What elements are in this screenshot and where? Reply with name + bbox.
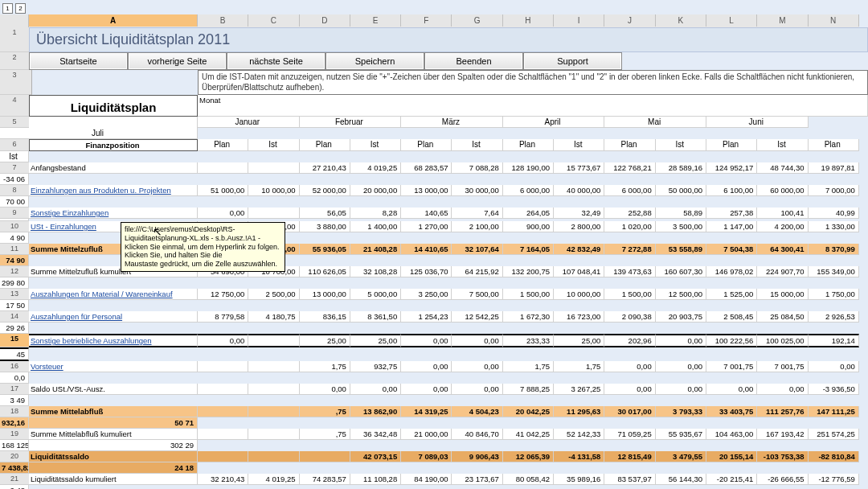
row-label[interactable]: Sonstige betriebliche Auszahlungen — [29, 334, 198, 347]
outline-btn-1[interactable]: 1 — [2, 3, 13, 14]
data-cell[interactable]: 100 222,56 — [706, 334, 757, 347]
data-cell[interactable]: 17 50 — [0, 300, 29, 311]
data-cell[interactable]: 14 410,65 — [401, 244, 452, 255]
data-cell[interactable]: 3 250,00 — [401, 289, 452, 300]
data-cell[interactable] — [248, 208, 299, 219]
data-cell[interactable] — [198, 162, 248, 174]
nav-button-startseite[interactable]: Startseite — [29, 52, 128, 70]
data-cell[interactable]: 1 750,00 — [809, 289, 859, 300]
data-cell[interactable]: 5 000,00 — [350, 289, 401, 300]
data-cell[interactable]: 2 926,53 — [809, 311, 859, 323]
data-cell[interactable] — [198, 451, 248, 462]
data-cell[interactable]: 0,00 — [401, 334, 452, 347]
data-cell[interactable]: 0,00 — [300, 384, 350, 395]
data-cell[interactable] — [198, 406, 248, 417]
data-cell[interactable]: 12 065,39 — [503, 451, 554, 462]
data-cell[interactable]: 2 500,00 — [248, 289, 299, 300]
data-cell[interactable] — [198, 429, 248, 440]
data-cell[interactable]: 11 108,28 — [350, 474, 401, 485]
row-header-3[interactable]: 3 — [0, 70, 32, 95]
data-cell[interactable]: 8 370,99 — [809, 244, 859, 255]
data-cell[interactable]: 36 342,48 — [350, 429, 401, 440]
col-header-I[interactable]: I — [554, 14, 604, 27]
row-header-6[interactable]: 6 — [0, 139, 32, 151]
data-cell[interactable]: 0,00 — [656, 334, 706, 347]
col-header-F[interactable]: F — [401, 14, 452, 27]
data-cell[interactable]: 7 001,75 — [706, 361, 757, 372]
data-cell[interactable]: 28 589,16 — [656, 162, 706, 174]
data-cell[interactable]: 3 479,55 — [656, 451, 706, 462]
data-cell[interactable]: ,75 — [300, 429, 350, 440]
outline-btn-2[interactable]: 2 — [15, 3, 26, 14]
data-cell[interactable]: 155 349,00 — [809, 266, 859, 277]
data-cell[interactable]: 80 058,42 — [503, 474, 554, 485]
row-header-2[interactable]: 2 — [0, 52, 32, 70]
data-cell[interactable]: 24 18 — [29, 462, 198, 474]
data-cell[interactable]: 55 935,67 — [656, 429, 706, 440]
data-cell[interactable]: 1,75 — [503, 361, 554, 372]
data-cell[interactable]: 1 500,00 — [604, 289, 655, 300]
col-header-H[interactable]: H — [503, 14, 554, 27]
data-cell[interactable]: 7 088,28 — [452, 162, 502, 174]
data-cell[interactable]: 13 862,90 — [350, 406, 401, 417]
data-cell[interactable]: -12 776,59 — [809, 474, 859, 485]
data-cell[interactable]: 202,96 — [604, 334, 655, 347]
row-header-4[interactable]: 4 — [0, 95, 32, 117]
row-header-15[interactable]: 15 — [0, 334, 32, 347]
data-cell[interactable]: 74 90 — [0, 255, 29, 266]
data-cell[interactable]: 27 210,43 — [300, 162, 350, 174]
data-cell[interactable]: 110 626,05 — [300, 266, 350, 277]
data-cell[interactable]: 25 084,50 — [757, 311, 808, 323]
data-cell[interactable]: 30 000,00 — [452, 185, 502, 196]
data-cell[interactable]: 42 073,15 — [350, 451, 401, 462]
data-cell[interactable]: 224 907,70 — [757, 266, 808, 277]
data-cell[interactable]: -3 936,50 — [809, 384, 859, 395]
row-header-18[interactable]: 18 — [0, 406, 32, 417]
data-cell[interactable]: 125 036,70 — [401, 266, 452, 277]
data-cell[interactable]: 25,00 — [554, 334, 604, 347]
data-cell[interactable]: 100,41 — [757, 208, 808, 219]
data-cell[interactable]: 3 267,25 — [554, 384, 604, 395]
data-cell[interactable] — [198, 384, 248, 395]
data-cell[interactable]: 104 463,00 — [706, 429, 757, 440]
data-cell[interactable]: 64 215,92 — [452, 266, 502, 277]
col-header-J[interactable]: J — [604, 14, 655, 27]
data-cell[interactable]: 7 272,88 — [604, 244, 655, 255]
data-cell[interactable]: -103 753,38 — [757, 451, 808, 462]
data-cell[interactable]: 4 019,25 — [248, 474, 299, 485]
data-cell[interactable]: 111 257,76 — [757, 406, 808, 417]
data-cell[interactable]: -34 06 — [0, 174, 29, 185]
data-cell[interactable]: 900,00 — [503, 221, 554, 232]
data-cell[interactable]: 25,00 — [300, 334, 350, 347]
data-cell[interactable] — [248, 406, 299, 417]
data-cell[interactable] — [248, 334, 299, 347]
data-cell[interactable]: 233,33 — [503, 334, 554, 347]
data-cell[interactable]: 7 438,82 — [0, 462, 29, 474]
data-cell[interactable]: 42 832,49 — [554, 244, 604, 255]
data-cell[interactable]: 7 504,38 — [706, 244, 757, 255]
data-cell[interactable]: 4 200,00 — [757, 221, 808, 232]
data-cell[interactable]: 7 089,03 — [401, 451, 452, 462]
data-cell[interactable]: 8,28 — [350, 208, 401, 219]
data-cell[interactable]: 7 500,00 — [452, 289, 502, 300]
data-cell[interactable]: 3 880,00 — [300, 221, 350, 232]
data-cell[interactable]: 3 49 — [0, 395, 29, 406]
data-cell[interactable]: 192,14 — [809, 334, 859, 347]
data-cell[interactable]: 0,00 — [809, 361, 859, 372]
data-cell[interactable]: 53 558,89 — [656, 244, 706, 255]
data-cell[interactable]: -26 666,55 — [757, 474, 808, 485]
col-header-L[interactable]: L — [706, 14, 757, 27]
data-cell[interactable] — [248, 361, 299, 372]
data-cell[interactable]: 60 000,00 — [757, 185, 808, 196]
data-cell[interactable]: 4 180,75 — [248, 311, 299, 323]
data-cell[interactable]: 35 989,16 — [554, 474, 604, 485]
data-cell[interactable]: 48 744,30 — [757, 162, 808, 174]
data-cell[interactable]: 13 000,00 — [300, 289, 350, 300]
data-cell[interactable]: 139 473,63 — [604, 266, 655, 277]
data-cell[interactable]: 68 283,57 — [401, 162, 452, 174]
data-cell[interactable]: 23 173,67 — [452, 474, 502, 485]
row-header-1[interactable]: 1 — [0, 27, 32, 52]
data-cell[interactable] — [248, 429, 299, 440]
data-cell[interactable]: 0,00 — [401, 384, 452, 395]
data-cell[interactable]: 15 000,00 — [757, 289, 808, 300]
